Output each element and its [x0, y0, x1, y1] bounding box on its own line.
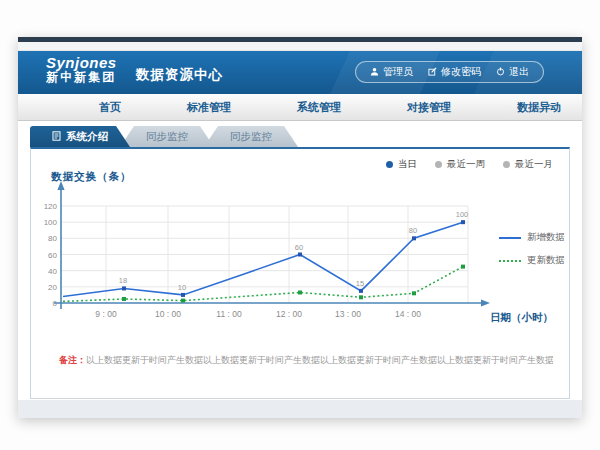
app-header: Synjones 新中新集团 数据资源中心 管理员修改密码退出	[18, 51, 582, 94]
svg-text:11 : 00: 11 : 00	[216, 309, 242, 319]
svg-text:15: 15	[356, 279, 364, 288]
svg-text:20: 20	[48, 283, 57, 292]
app-title: 数据资源中心	[136, 66, 223, 84]
svg-text:80: 80	[409, 226, 417, 235]
brand-logo: Synjones 新中新集团	[46, 55, 117, 83]
footer-strip	[18, 400, 582, 418]
svg-text:10 : 00: 10 : 00	[155, 309, 181, 319]
svg-text:120: 120	[44, 202, 58, 211]
chart-legend: 新增数据更新数据	[499, 231, 565, 267]
content-area: 系统介绍同步监控同步监控 当日最近一周最近一月 数据交换（条） 02040608…	[18, 121, 582, 418]
svg-text:10: 10	[178, 283, 186, 292]
user-bar-item-管理员[interactable]: 管理员	[370, 65, 413, 79]
legend-item-新增数据[interactable]: 新增数据	[499, 231, 565, 244]
document-icon	[52, 131, 61, 143]
legend-swatch-icon	[499, 260, 521, 262]
nav-item-系统管理[interactable]: 系统管理	[264, 100, 374, 115]
svg-text:60: 60	[295, 243, 303, 252]
svg-text:9 : 00: 9 : 00	[95, 309, 117, 319]
edit-icon	[428, 67, 437, 78]
footnote-prefix: 备注：	[59, 355, 86, 365]
nav-item-对接管理[interactable]: 对接管理	[374, 100, 484, 115]
radio-dot-icon	[386, 161, 393, 168]
window-top-strip	[18, 42, 582, 51]
legend-item-更新数据[interactable]: 更新数据	[499, 254, 565, 267]
page: Synjones 新中新集团 数据资源中心 管理员修改密码退出 首页标准管理系统…	[0, 0, 600, 450]
nav-item-数据异动[interactable]: 数据异动	[484, 100, 594, 115]
app-window: Synjones 新中新集团 数据资源中心 管理员修改密码退出 首页标准管理系统…	[18, 37, 582, 418]
svg-text:13 : 00: 13 : 00	[335, 309, 361, 319]
radio-dot-icon	[435, 161, 442, 168]
user-bar: 管理员修改密码退出	[355, 61, 544, 83]
svg-text:40: 40	[48, 267, 57, 276]
tab-系统介绍[interactable]: 系统介绍	[30, 126, 130, 147]
svg-text:100: 100	[456, 210, 469, 219]
time-range-filter: 当日最近一周最近一月	[386, 158, 553, 171]
svg-text:80: 80	[48, 234, 57, 243]
svg-text:18: 18	[119, 276, 127, 285]
x-axis-title: 日期（小时）	[490, 311, 553, 325]
tab-同步监控[interactable]: 同步监控	[204, 126, 298, 147]
svg-text:100: 100	[44, 218, 58, 227]
brand-logo-cn: 新中新集团	[46, 71, 117, 84]
footnote: 备注：以上数据更新于时间产生数据以上数据更新于时间产生数据以上数据更新于时间产生…	[59, 354, 553, 367]
svg-text:12 : 00: 12 : 00	[276, 309, 302, 319]
legend-swatch-icon	[499, 237, 521, 239]
radio-当日[interactable]: 当日	[386, 158, 417, 171]
chart-panel: 当日最近一周最近一月 数据交换（条） 0204060801001209 : 00…	[30, 147, 570, 399]
tab-同步监控[interactable]: 同步监控	[120, 126, 214, 147]
footnote-text: 以上数据更新于时间产生数据以上数据更新于时间产生数据以上数据更新于时间产生数据以…	[86, 355, 553, 365]
svg-text:60: 60	[48, 251, 57, 260]
radio-最近一月[interactable]: 最近一月	[503, 158, 553, 171]
nav-item-标准管理[interactable]: 标准管理	[154, 100, 264, 115]
radio-最近一周[interactable]: 最近一周	[435, 158, 485, 171]
svg-text:14 : 00: 14 : 00	[395, 309, 421, 319]
line-chart: 0204060801001209 : 0010 : 0011 : 0012 : …	[39, 179, 519, 334]
radio-dot-icon	[503, 161, 510, 168]
brand-logo-en: Synjones	[46, 55, 117, 71]
power-icon	[496, 67, 505, 78]
tab-bar: 系统介绍同步监控同步监控	[30, 126, 298, 147]
user-icon	[370, 67, 379, 78]
main-nav: 首页标准管理系统管理对接管理数据异动	[18, 94, 582, 121]
user-bar-item-修改密码[interactable]: 修改密码	[428, 65, 481, 79]
user-bar-item-退出[interactable]: 退出	[496, 65, 529, 79]
svg-text:0: 0	[53, 299, 58, 308]
nav-item-首页[interactable]: 首页	[66, 100, 154, 115]
